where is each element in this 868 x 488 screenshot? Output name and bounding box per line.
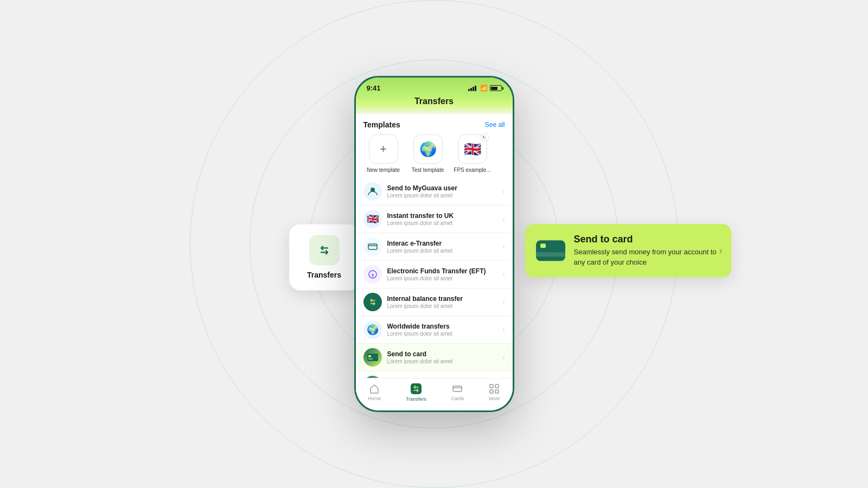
transfer-item-request[interactable]: Request money by link › [356,371,513,378]
svg-rect-7 [368,355,371,357]
screen-title: Transfers [365,97,504,106]
transfer-desc-interac: Lorem ipsum dolor sit amet [387,248,497,254]
svg-rect-2 [368,244,377,249]
floating-icon-box [309,235,340,265]
svg-text:$: $ [371,273,374,278]
chevron-icon-instant-uk: › [503,215,505,223]
transfer-desc-internal: Lorem ipsum dolor sit amet [387,303,497,309]
transfer-name-worldwide: Worldwide transfers [387,323,497,330]
avatar-myguava [363,182,382,201]
transfer-name-internal: Internal balance transfer [387,295,497,303]
templates-header: Templates See all [363,120,505,129]
transfer-list: Send to MyGuava user Lorem ipsum dolor s… [356,178,513,378]
status-bar: 9:41 📶 [356,78,513,94]
svg-rect-14 [495,384,499,388]
templates-row: + New template 🌍 Test template [363,134,505,174]
template-item-test[interactable]: 🌍 Test template [408,134,448,174]
transfer-name-instant-uk: Instant transfer to UK [387,212,497,220]
nav-item-more[interactable]: More [489,383,500,401]
template-item-fps[interactable]: 🇬🇧 ↻ FPS example... [452,134,493,174]
cards-icon [452,383,463,394]
uk-flag-icon: 🇬🇧 [464,141,481,158]
screen-content: Templates See all + New template [356,114,513,410]
transfer-info-eft: Electronic Funds Transfer (EFT) Lorem ip… [387,267,497,281]
nav-label-cards: Cards [451,396,464,401]
transfer-name-sendcard: Send to card [387,350,497,358]
add-icon: + [380,143,387,155]
transfer-desc-sendcard: Lorem ipsum dolor sit amet [387,358,497,364]
avatar-request [363,376,382,378]
tooltip-chevron-icon: › [719,245,723,256]
phone: 9:41 📶 Transfers [354,76,514,412]
transfer-item-instant-uk[interactable]: 🇬🇧 Instant transfer to UK Lorem ipsum do… [356,206,513,233]
test-template-label: Test template [412,167,444,174]
avatar-eft: $ [363,265,382,284]
phone-wrapper: Transfers 9:41 📶 [354,76,514,412]
transfer-item-internal[interactable]: Internal balance transfer Lorem ipsum do… [356,288,513,316]
transfer-info-sendcard: Send to card Lorem ipsum dolor sit amet [387,350,497,364]
status-icons: 📶 [468,85,502,92]
template-item-new[interactable]: + New template [363,134,404,174]
chevron-icon-interac: › [503,243,505,251]
card-chip [540,243,546,248]
svg-rect-0 [316,241,333,259]
transfer-item-sendcard[interactable]: Send to card Lorem ipsum dolor sit amet … [356,344,513,371]
svg-rect-10 [411,383,422,394]
avatar-worldwide: 🌍 [363,320,382,339]
avatar-sendcard [363,348,382,367]
tooltip-card: Send to card Seamlessly send money from … [525,224,731,277]
transfer-desc-eft: Lorem ipsum dolor sit amet [387,275,497,281]
nav-label-transfers: Transfers [406,396,426,402]
transfer-item-myguava[interactable]: Send to MyGuava user Lorem ipsum dolor s… [356,178,513,206]
chevron-icon-myguava: › [503,188,505,195]
chevron-icon-worldwide: › [503,326,505,333]
test-template-icon-box: 🌍 [413,134,443,164]
avatar-interac [363,237,382,256]
avatar-instant-uk: 🇬🇧 [363,210,382,228]
chevron-icon-internal: › [503,298,505,306]
more-icon [489,383,500,394]
new-template-icon-box: + [369,134,398,164]
tooltip-card-icon [536,240,565,261]
transfer-info-worldwide: Worldwide transfers Lorem ipsum dolor si… [387,323,497,337]
screen-header: Transfers [356,94,513,114]
signal-icon [468,86,476,91]
transfers-icon [316,241,333,259]
card-stripe [536,252,565,256]
refresh-badge: ↻ [480,133,489,142]
floating-card-label: Transfers [307,271,341,279]
home-icon [369,383,380,394]
nav-label-more: More [489,396,500,401]
tooltip-title: Send to card [574,234,720,246]
bottom-nav: Home Transfers [356,378,513,410]
new-template-label: New template [367,167,400,174]
battery-icon [490,85,502,91]
transfer-desc-instant-uk: Lorem ipsum dolor sit amet [387,220,497,226]
transfer-item-interac[interactable]: Interac e-Transfer Lorem ipsum dolor sit… [356,233,513,261]
transfer-name-eft: Electronic Funds Transfer (EFT) [387,267,497,275]
nav-item-home[interactable]: Home [368,383,381,401]
transfer-info-myguava: Send to MyGuava user Lorem ipsum dolor s… [387,184,497,198]
transfer-desc-worldwide: Lorem ipsum dolor sit amet [387,331,497,337]
transfer-item-worldwide[interactable]: 🌍 Worldwide transfers Lorem ipsum dolor … [356,316,513,344]
phone-screen: 9:41 📶 Transfers [356,78,513,410]
transfer-name-myguava: Send to MyGuava user [387,184,497,192]
see-all-button[interactable]: See all [485,121,505,129]
transfers-nav-icon [410,383,422,395]
transfer-item-eft[interactable]: $ Electronic Funds Transfer (EFT) Lorem … [356,261,513,288]
templates-section: Templates See all + New template [356,114,513,178]
transfer-name-interac: Interac e-Transfer [387,240,497,247]
transfer-info-interac: Interac e-Transfer Lorem ipsum dolor sit… [387,240,497,254]
svg-rect-15 [490,390,493,393]
chevron-icon-sendcard: › [503,354,505,361]
nav-item-transfers[interactable]: Transfers [406,383,426,402]
chevron-icon-eft: › [503,271,505,278]
nav-label-home: Home [368,396,381,401]
fps-template-label: FPS example... [454,167,490,174]
svg-rect-16 [495,390,499,393]
nav-item-cards[interactable]: Cards [451,383,464,401]
fps-template-icon-box: 🇬🇧 ↻ [458,134,487,164]
transfer-desc-myguava: Lorem ipsum dolor sit amet [387,192,497,198]
templates-label: Templates [363,120,400,129]
tooltip-subtitle: Seamlessly send money from your account … [574,248,720,267]
